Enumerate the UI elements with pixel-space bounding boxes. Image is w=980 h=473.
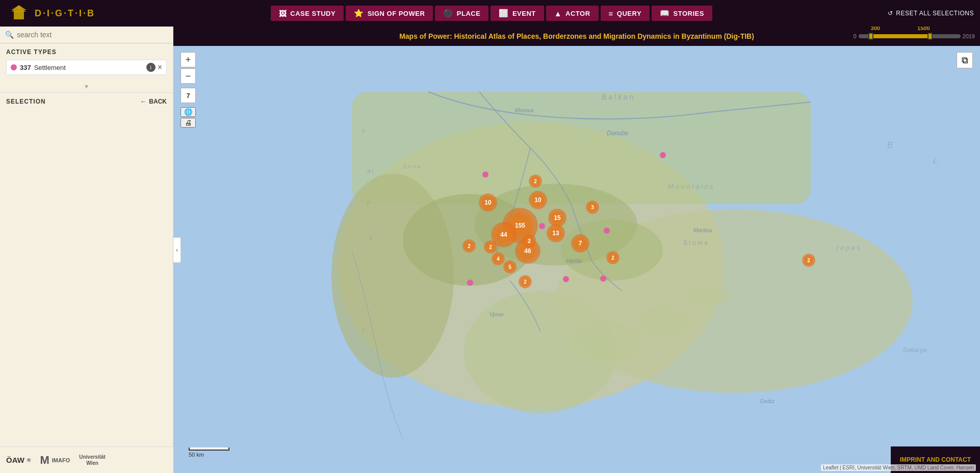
print-button[interactable]: 🖨 bbox=[180, 118, 196, 128]
pin-marker[interactable] bbox=[604, 228, 610, 234]
nav-stories-btn[interactable]: 📖 STORIES bbox=[652, 6, 712, 21]
type-close-button[interactable]: × bbox=[158, 63, 162, 71]
imafo-logo: M IMAFO bbox=[40, 454, 70, 467]
svg-text:S t u m a: S t u m a bbox=[683, 239, 708, 246]
type-row-settlement: 337 Settlement i × bbox=[6, 60, 167, 75]
nav-sign-of-power-btn[interactable]: ⭐ SIGN OF POWER bbox=[346, 6, 433, 21]
oaw-menu-icon: ≡ bbox=[27, 456, 31, 464]
nav-buttons: 🖼 CASE STUDY ⭐ SIGN OF POWER ⚫ PLACE ⬜ E… bbox=[95, 6, 888, 21]
cluster-marker[interactable]: 2 bbox=[462, 239, 476, 253]
cluster-count: 7 bbox=[579, 240, 582, 247]
reset-all-selections-button[interactable]: ↺ RESET ALL SELECTIONS bbox=[888, 10, 974, 17]
stories-icon: 📖 bbox=[660, 9, 670, 18]
map-area: Maps of Power: Historical Atlas of Place… bbox=[173, 27, 980, 473]
cluster-count: 2 bbox=[489, 244, 492, 250]
cluster-count: 15 bbox=[554, 214, 560, 221]
nav-query-btn[interactable]: ≡ QUERY bbox=[601, 6, 650, 21]
svg-text:r o p e s: r o p e s bbox=[836, 244, 860, 252]
pin-marker[interactable] bbox=[600, 276, 606, 282]
timeline-track[interactable]: 300 1500 bbox=[859, 34, 961, 38]
reset-icon: ↺ bbox=[888, 10, 893, 17]
svg-point-9 bbox=[571, 321, 642, 362]
cluster-count: 4 bbox=[497, 256, 500, 262]
timeline-left-handle[interactable] bbox=[868, 33, 873, 40]
svg-text:Vjose: Vjose bbox=[489, 311, 504, 317]
selection-section: SELECTION ← BACK bbox=[0, 92, 173, 108]
globe-view-button[interactable]: 🌐 bbox=[180, 107, 196, 117]
zoom-in-button[interactable]: + bbox=[180, 52, 196, 67]
cluster-marker[interactable]: 2 bbox=[802, 254, 815, 267]
back-button[interactable]: ← BACK bbox=[140, 98, 167, 105]
imafo-label: IMAFO bbox=[52, 457, 70, 463]
cluster-count: 155 bbox=[515, 222, 525, 229]
search-input[interactable] bbox=[17, 31, 168, 39]
svg-text:A l: A l bbox=[367, 168, 374, 175]
pin-marker[interactable] bbox=[563, 276, 569, 282]
cluster-marker[interactable]: 2 bbox=[529, 175, 542, 188]
timeline-right-handle[interactable] bbox=[927, 33, 933, 40]
cluster-marker[interactable]: 2 bbox=[523, 234, 536, 247]
svg-text:Maritsa: Maritsa bbox=[693, 227, 712, 233]
svg-text:B a l k a n: B a l k a n bbox=[602, 93, 633, 101]
settlement-count: 337 bbox=[20, 64, 31, 71]
svg-text:Danube: Danube bbox=[607, 130, 628, 137]
svg-point-11 bbox=[688, 286, 729, 306]
timeline-max-label: 2019 bbox=[963, 33, 975, 39]
pin-marker[interactable] bbox=[467, 280, 473, 286]
pin-marker[interactable] bbox=[539, 223, 545, 229]
map-svg[interactable]: Morava Danube Maritsa Vardar Vjose B a l… bbox=[173, 46, 980, 473]
cluster-marker[interactable]: 13 bbox=[547, 224, 565, 242]
pin-marker[interactable] bbox=[482, 171, 488, 178]
timeline-fill: 300 1500 bbox=[871, 34, 930, 38]
active-types-section: ACTIVE TYPES 337 Settlement i × bbox=[0, 43, 173, 80]
timeline-right-value: 1500 bbox=[917, 27, 930, 31]
map-zoom-level: 7 bbox=[180, 88, 196, 103]
cluster-marker[interactable]: 10 bbox=[529, 191, 547, 209]
bottom-bar: ÖAW ≡ M IMAFO UniversitätWien bbox=[0, 446, 173, 473]
cluster-marker[interactable]: 10 bbox=[479, 193, 497, 212]
svg-text:B: B bbox=[887, 141, 893, 150]
sidebar-collapse-button[interactable]: ‹ bbox=[173, 237, 181, 263]
layer-toggle-button[interactable]: ⧉ bbox=[957, 52, 973, 68]
cluster-marker[interactable]: 3 bbox=[586, 201, 599, 214]
nav-event-btn[interactable]: ⬜ EVENT bbox=[491, 6, 544, 21]
scale-bar-line bbox=[189, 447, 229, 451]
svg-text:Vardar: Vardar bbox=[566, 258, 583, 264]
nav-actor-btn[interactable]: ▲ ACTOR bbox=[546, 6, 599, 21]
search-icon: 🔍 bbox=[5, 31, 14, 39]
cluster-marker[interactable]: 7 bbox=[571, 234, 589, 253]
svg-text:M o u n t a i n s: M o u n t a i n s bbox=[668, 183, 713, 190]
cluster-count: 3 bbox=[591, 205, 594, 210]
cluster-count: 46 bbox=[524, 247, 531, 255]
oaw-logo: ÖAW ≡ bbox=[6, 456, 31, 464]
nav-case-study-btn[interactable]: 🖼 CASE STUDY bbox=[271, 6, 344, 21]
svg-text:s: s bbox=[362, 327, 365, 333]
type-info-button[interactable]: i bbox=[146, 63, 156, 72]
cluster-marker[interactable]: 2 bbox=[606, 251, 620, 264]
svg-text:Gediz: Gediz bbox=[760, 398, 775, 404]
univie-label: UniversitätWien bbox=[79, 454, 106, 466]
zoom-out-button[interactable]: − bbox=[180, 68, 196, 84]
timeline-min-label: 0 bbox=[853, 33, 856, 39]
cluster-marker[interactable]: 5 bbox=[503, 260, 517, 273]
cluster-count: 5 bbox=[508, 264, 511, 270]
svg-text:Morava: Morava bbox=[515, 107, 534, 113]
cluster-marker[interactable]: 4 bbox=[492, 252, 505, 265]
pin-marker[interactable] bbox=[660, 152, 666, 158]
timeline-current-value: 300 bbox=[871, 27, 880, 31]
main-layout: 🔍 ACTIVE TYPES 337 Settlement i × ▾ SELE… bbox=[0, 27, 980, 473]
nav-place-btn[interactable]: ⚫ PLACE bbox=[435, 6, 488, 21]
sign-of-power-icon: ⭐ bbox=[354, 9, 364, 18]
logo-text: D·I·G·T·I·B bbox=[35, 8, 95, 19]
cluster-count: 2 bbox=[528, 238, 531, 244]
svg-text:Sakarya: Sakarya bbox=[902, 346, 927, 354]
svg-text:s: s bbox=[370, 235, 373, 241]
map-attribution: Leaflet | ESRI, Universität Wien, SRTM, … bbox=[821, 464, 976, 471]
cluster-count: 2 bbox=[524, 279, 527, 285]
back-arrow-icon: ← bbox=[140, 98, 146, 105]
timeline-area: 0 300 1500 2019 bbox=[853, 27, 975, 46]
cluster-marker[interactable]: 2 bbox=[484, 240, 497, 254]
map-controls: + − 7 🌐 🖨 bbox=[180, 52, 196, 128]
query-icon: ≡ bbox=[609, 9, 613, 18]
cluster-marker[interactable]: 2 bbox=[519, 275, 532, 288]
